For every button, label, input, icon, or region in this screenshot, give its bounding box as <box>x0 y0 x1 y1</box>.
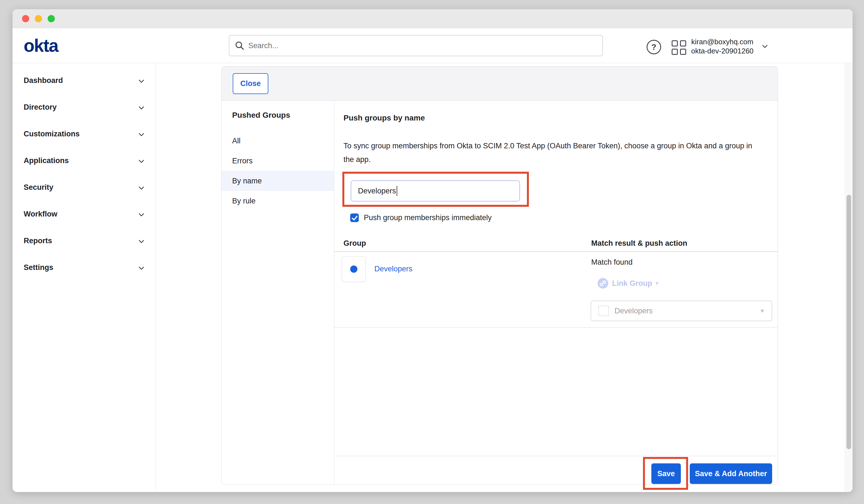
column-header-match: Match result & push action <box>591 239 687 248</box>
match-status: Match found <box>591 258 633 267</box>
push-immediately-row: Push group memberships immediately <box>350 214 492 222</box>
grid-square <box>672 49 678 55</box>
subnav-item-all[interactable]: All <box>221 131 334 151</box>
push-by-name-section: Push groups by name To sync group member… <box>334 101 778 484</box>
browser-window: okta ? kiran@boxyhq.com okta-dev-2090126… <box>13 9 853 492</box>
caret-down-icon: ▾ <box>656 280 659 287</box>
group-name-link[interactable]: Developers <box>374 265 412 273</box>
grid-square <box>680 49 686 55</box>
window-titlebar <box>13 9 853 28</box>
account-info: kiran@boxyhq.com okta-dev-20901260 <box>691 37 754 56</box>
chevron-down-icon <box>139 238 144 243</box>
group-placeholder-icon <box>598 305 609 316</box>
chevron-down-icon <box>139 184 144 190</box>
chevron-down-icon <box>139 157 144 163</box>
push-immediately-checkbox[interactable] <box>350 214 359 222</box>
sidebar-item-label: Workflow <box>24 210 57 218</box>
chevron-down-icon <box>139 131 144 136</box>
chevron-down-icon <box>762 43 768 48</box>
push-immediately-label: Push group memberships immediately <box>364 214 492 222</box>
okta-logo: okta <box>24 35 58 56</box>
sidebar-item-label: Directory <box>24 103 57 111</box>
sidebar-item-label: Security <box>24 183 53 191</box>
chevron-down-icon <box>139 77 144 83</box>
panel-footer: Save Save & Add Another <box>334 456 778 484</box>
sidebar-item-label: Settings <box>24 263 53 272</box>
window-maximize-icon[interactable] <box>48 15 55 22</box>
link-group-dropdown[interactable]: Link Group ▾ <box>598 278 659 289</box>
close-button[interactable]: Close <box>233 73 268 94</box>
grid-square <box>672 40 678 47</box>
sidebar-item-label: Reports <box>24 237 52 245</box>
apps-grid-icon[interactable] <box>672 40 686 55</box>
table-header: Group Match result & push action <box>334 239 778 252</box>
chevron-down-icon <box>139 104 144 110</box>
app-header: okta ? kiran@boxyhq.com okta-dev-2090126… <box>13 28 853 63</box>
account-email: kiran@boxyhq.com <box>691 37 754 47</box>
sidebar-item-settings[interactable]: Settings <box>13 254 156 281</box>
sidebar-item-dashboard[interactable]: Dashboard <box>13 67 156 94</box>
save-add-another-button[interactable]: Save & Add Another <box>690 463 772 484</box>
sidebar-item-reports[interactable]: Reports <box>13 227 156 254</box>
text-cursor <box>397 186 397 196</box>
scrollbar-thumb[interactable] <box>847 195 851 449</box>
chevron-down-icon <box>139 211 144 217</box>
column-header-group: Group <box>344 239 366 248</box>
account-menu[interactable]: kiran@boxyhq.com okta-dev-20901260 <box>691 37 767 56</box>
content-area: Close Pushed Groups All Errors By name B… <box>156 63 853 492</box>
sidebar-item-label: Dashboard <box>24 76 63 85</box>
main-area: Dashboard Directory Customizations Appli… <box>13 63 853 492</box>
sidebar-item-label: Customizations <box>24 130 80 138</box>
sidebar: Dashboard Directory Customizations Appli… <box>13 63 156 492</box>
subnav-item-by-rule[interactable]: By rule <box>221 191 334 211</box>
link-group-label: Link Group <box>612 279 652 288</box>
sidebar-item-workflow[interactable]: Workflow <box>13 201 156 227</box>
group-name-input[interactable]: Developers <box>351 180 520 202</box>
section-description: To sync group memberships from Okta to S… <box>344 139 755 166</box>
subnav-item-errors[interactable]: Errors <box>221 151 334 171</box>
target-group-value: Developers <box>615 307 761 315</box>
pushed-groups-panel: Close Pushed Groups All Errors By name B… <box>221 66 778 484</box>
pushed-groups-subnav: Pushed Groups All Errors By name By rule <box>221 101 334 484</box>
grid-square <box>680 40 686 47</box>
sidebar-item-customizations[interactable]: Customizations <box>13 120 156 147</box>
scrollbar[interactable] <box>845 63 853 492</box>
sidebar-item-directory[interactable]: Directory <box>13 94 156 120</box>
target-group-select[interactable]: Developers ▾ <box>591 301 772 321</box>
search-input[interactable] <box>248 41 602 50</box>
group-icon-card <box>342 256 366 282</box>
annotation-box-save <box>643 457 688 490</box>
link-icon <box>598 278 608 289</box>
panel-header: Close <box>221 67 778 101</box>
window-minimize-icon[interactable] <box>35 15 42 22</box>
search-box[interactable] <box>229 35 603 56</box>
group-name-input-value: Developers <box>358 187 396 195</box>
sidebar-item-security[interactable]: Security <box>13 174 156 201</box>
table-row: Developers Match found <box>334 252 778 327</box>
sidebar-item-applications[interactable]: Applications <box>13 147 156 174</box>
search-icon <box>235 41 244 50</box>
help-icon[interactable]: ? <box>647 40 661 54</box>
section-title: Push groups by name <box>344 113 425 122</box>
window-close-icon[interactable] <box>22 15 29 22</box>
chevron-down-icon <box>139 264 144 270</box>
sidebar-item-label: Applications <box>24 156 69 165</box>
desktop-background: okta ? kiran@boxyhq.com okta-dev-2090126… <box>0 0 864 504</box>
account-org: okta-dev-20901260 <box>691 47 754 56</box>
subnav-item-by-name[interactable]: By name <box>221 171 334 191</box>
help-glyph: ? <box>651 42 656 52</box>
panel-body: Pushed Groups All Errors By name By rule… <box>221 101 778 484</box>
caret-down-icon: ▾ <box>761 307 764 314</box>
okta-group-icon <box>350 265 357 273</box>
annotation-box-group-input: Developers <box>343 172 529 207</box>
subnav-title: Pushed Groups <box>221 111 334 120</box>
